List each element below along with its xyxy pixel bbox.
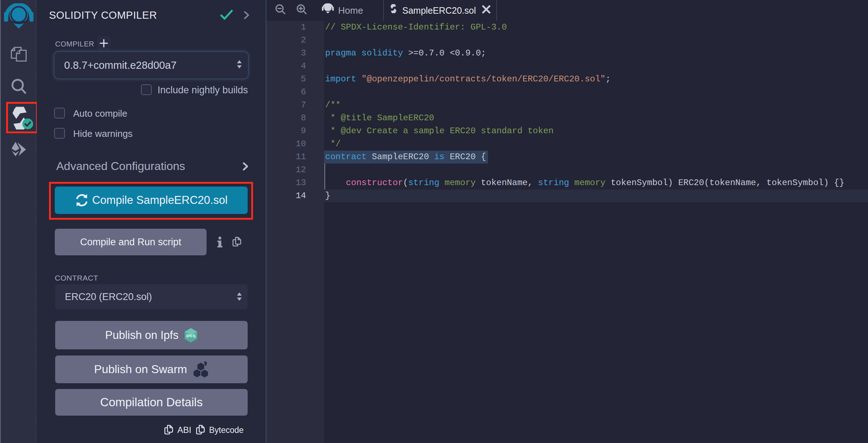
svg-text:IPFS: IPFS (186, 334, 196, 339)
